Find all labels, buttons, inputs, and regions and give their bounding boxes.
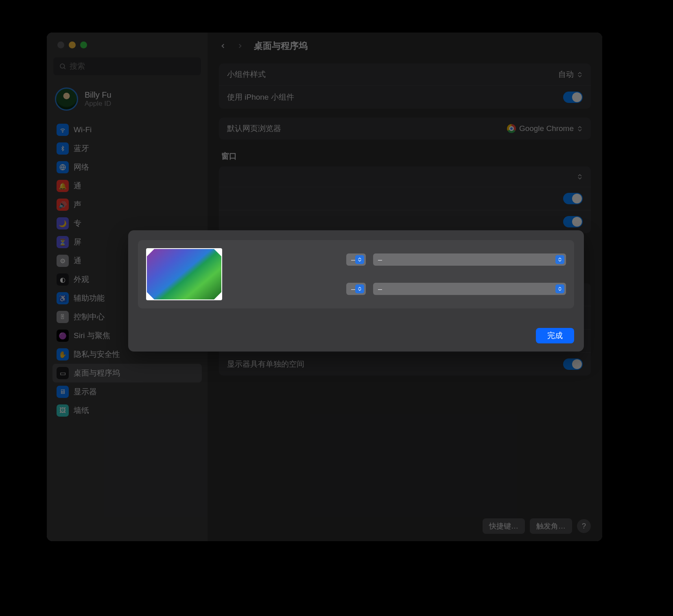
hot-corner-top-left-dropdown[interactable]: – (346, 253, 366, 266)
hot-corners-modal: – – – (128, 230, 584, 352)
chevron-updown-icon (355, 255, 364, 264)
corner-indicator-bl (147, 292, 154, 299)
corner-indicator-br (214, 292, 221, 299)
chevron-updown-icon (555, 284, 564, 293)
chevron-updown-icon (355, 284, 364, 293)
chevron-updown-icon (555, 255, 564, 264)
hot-corners-panel: – – – (138, 240, 574, 308)
hot-corner-bottom-right-dropdown[interactable]: – (373, 283, 566, 295)
system-settings-window: Billy Fu Apple ID Wi-Fi蓝牙网络🔔通🔊声🌙专⏳屏⚙通◐外观… (47, 33, 602, 541)
screen-thumbnail (146, 248, 222, 300)
done-button[interactable]: 完成 (536, 328, 574, 343)
hot-corner-bottom-left-dropdown[interactable]: – (346, 283, 366, 295)
corner-indicator-tl (147, 249, 154, 256)
corner-indicator-tr (214, 249, 221, 256)
hot-corner-top-right-dropdown[interactable]: – (373, 253, 566, 266)
